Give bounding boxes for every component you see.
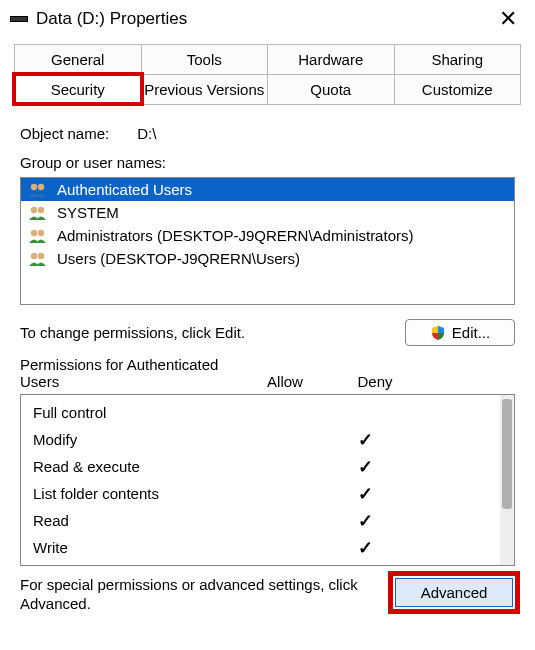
users-icon xyxy=(27,228,49,244)
tab-sharing[interactable]: Sharing xyxy=(395,44,522,74)
list-item[interactable]: Authenticated Users xyxy=(21,178,514,201)
edit-button[interactable]: Edit... xyxy=(405,319,515,346)
perm-name: Full control xyxy=(33,404,320,421)
users-icon xyxy=(27,251,49,267)
list-item-label: Authenticated Users xyxy=(57,181,192,198)
svg-point-6 xyxy=(31,252,37,258)
deny-column-header: Deny xyxy=(330,373,420,390)
perm-allow: ✓ xyxy=(320,483,410,505)
object-name-row: Object name: D:\ xyxy=(20,125,515,142)
list-item[interactable]: SYSTEM xyxy=(21,201,514,224)
groups-listbox[interactable]: Authenticated Users SYSTEM Administrator… xyxy=(20,177,515,305)
scrollbar-thumb[interactable] xyxy=(502,399,512,509)
tab-strip: General Tools Hardware Sharing Security … xyxy=(14,44,521,105)
advanced-button[interactable]: Advanced xyxy=(395,578,513,607)
table-row[interactable]: Read & execute ✓ xyxy=(33,453,500,480)
tab-previous-versions[interactable]: Previous Versions xyxy=(142,74,269,104)
close-icon[interactable]: ✕ xyxy=(491,6,525,32)
permissions-listbox: Full control Modify ✓ Read & execute ✓ L… xyxy=(20,394,515,566)
perm-allow: ✓ xyxy=(320,429,410,451)
window-title: Data (D:) Properties xyxy=(36,9,491,29)
tab-security[interactable]: Security xyxy=(14,74,142,104)
svg-point-5 xyxy=(38,229,44,235)
svg-point-0 xyxy=(31,183,37,189)
security-panel: Object name: D:\ Group or user names: Au… xyxy=(0,105,535,614)
svg-point-4 xyxy=(31,229,37,235)
permissions-rows[interactable]: Full control Modify ✓ Read & execute ✓ L… xyxy=(21,395,500,565)
users-icon xyxy=(27,205,49,221)
list-item-label: SYSTEM xyxy=(57,204,119,221)
advanced-row: For special permissions or advanced sett… xyxy=(20,576,515,614)
table-row[interactable]: List folder contents ✓ xyxy=(33,480,500,507)
perm-name: Read xyxy=(33,512,320,529)
list-item[interactable]: Administrators (DESKTOP-J9QRERN\Administ… xyxy=(21,224,514,247)
tab-tools[interactable]: Tools xyxy=(142,44,269,74)
table-row[interactable]: Full control xyxy=(33,399,500,426)
users-icon xyxy=(27,182,49,198)
tab-quota[interactable]: Quota xyxy=(268,74,395,104)
object-name-label: Object name: xyxy=(20,125,109,142)
drive-icon xyxy=(10,16,28,22)
perm-name: Write xyxy=(33,539,320,556)
permissions-scrollbar[interactable] xyxy=(500,395,514,565)
tab-general[interactable]: General xyxy=(14,44,142,74)
permissions-label: Permissions for Authenticated Users xyxy=(20,356,240,390)
tab-row-1: General Tools Hardware Sharing xyxy=(14,44,521,74)
svg-point-1 xyxy=(38,183,44,189)
perm-allow: ✓ xyxy=(320,456,410,478)
svg-point-2 xyxy=(31,206,37,212)
table-row[interactable]: Write ✓ xyxy=(33,534,500,561)
list-item-label: Administrators (DESKTOP-J9QRERN\Administ… xyxy=(57,227,413,244)
titlebar: Data (D:) Properties ✕ xyxy=(0,0,535,36)
tab-customize[interactable]: Customize xyxy=(395,74,522,104)
table-row[interactable]: Modify ✓ xyxy=(33,426,500,453)
perm-allow: ✓ xyxy=(320,510,410,532)
perm-allow: ✓ xyxy=(320,537,410,559)
advanced-hint: For special permissions or advanced sett… xyxy=(20,576,383,614)
svg-point-7 xyxy=(38,252,44,258)
edit-row: To change permissions, click Edit. Edit.… xyxy=(20,319,515,346)
allow-column-header: Allow xyxy=(240,373,330,390)
table-row[interactable]: Read ✓ xyxy=(33,507,500,534)
edit-button-label: Edit... xyxy=(452,324,490,341)
tab-row-2: Security Previous Versions Quota Customi… xyxy=(14,74,521,104)
permissions-header: Permissions for Authenticated Users Allo… xyxy=(20,356,515,390)
perm-name: List folder contents xyxy=(33,485,320,502)
list-item[interactable]: Users (DESKTOP-J9QRERN\Users) xyxy=(21,247,514,270)
advanced-highlight: Advanced xyxy=(393,576,515,609)
perm-name: Modify xyxy=(33,431,320,448)
list-item-label: Users (DESKTOP-J9QRERN\Users) xyxy=(57,250,300,267)
groups-label: Group or user names: xyxy=(20,154,515,171)
object-name-value: D:\ xyxy=(137,125,156,142)
perm-name: Read & execute xyxy=(33,458,320,475)
tab-hardware[interactable]: Hardware xyxy=(268,44,395,74)
edit-hint: To change permissions, click Edit. xyxy=(20,324,395,341)
shield-icon xyxy=(430,325,446,341)
svg-point-3 xyxy=(38,206,44,212)
